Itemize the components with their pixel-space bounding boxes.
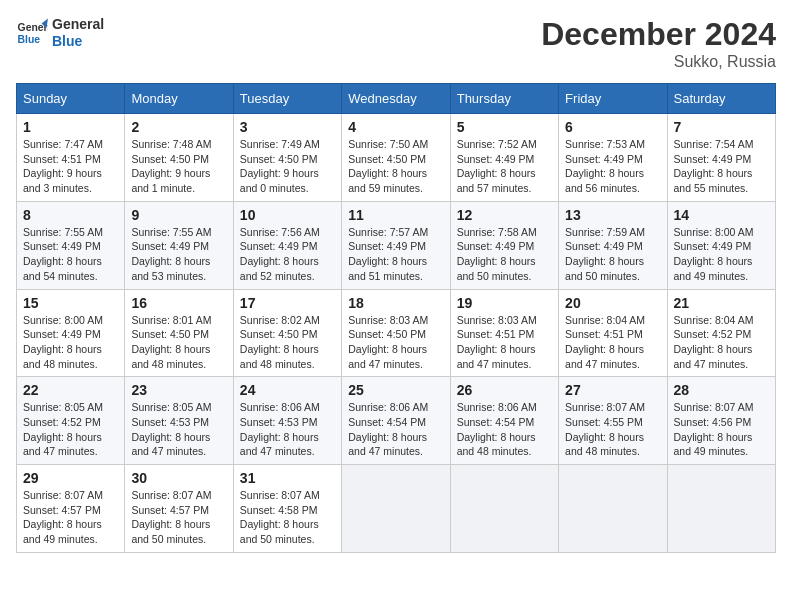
calendar-cell xyxy=(559,465,667,553)
day-detail: Sunrise: 7:48 AM Sunset: 4:50 PM Dayligh… xyxy=(131,137,226,196)
day-number: 4 xyxy=(348,119,443,135)
calendar-cell: 5Sunrise: 7:52 AM Sunset: 4:49 PM Daylig… xyxy=(450,114,558,202)
day-detail: Sunrise: 8:00 AM Sunset: 4:49 PM Dayligh… xyxy=(23,313,118,372)
calendar-week-row: 15Sunrise: 8:00 AM Sunset: 4:49 PM Dayli… xyxy=(17,289,776,377)
day-detail: Sunrise: 8:02 AM Sunset: 4:50 PM Dayligh… xyxy=(240,313,335,372)
calendar-cell xyxy=(667,465,775,553)
title-block: December 2024 Sukko, Russia xyxy=(541,16,776,71)
day-detail: Sunrise: 8:07 AM Sunset: 4:57 PM Dayligh… xyxy=(23,488,118,547)
day-detail: Sunrise: 8:01 AM Sunset: 4:50 PM Dayligh… xyxy=(131,313,226,372)
calendar-cell: 21Sunrise: 8:04 AM Sunset: 4:52 PM Dayli… xyxy=(667,289,775,377)
day-number: 26 xyxy=(457,382,552,398)
day-number: 16 xyxy=(131,295,226,311)
day-number: 22 xyxy=(23,382,118,398)
col-header-wednesday: Wednesday xyxy=(342,84,450,114)
logo: General Blue General Blue xyxy=(16,16,104,50)
day-detail: Sunrise: 8:07 AM Sunset: 4:57 PM Dayligh… xyxy=(131,488,226,547)
calendar-cell: 13Sunrise: 7:59 AM Sunset: 4:49 PM Dayli… xyxy=(559,201,667,289)
day-detail: Sunrise: 8:07 AM Sunset: 4:55 PM Dayligh… xyxy=(565,400,660,459)
calendar-cell: 1Sunrise: 7:47 AM Sunset: 4:51 PM Daylig… xyxy=(17,114,125,202)
calendar-cell: 12Sunrise: 7:58 AM Sunset: 4:49 PM Dayli… xyxy=(450,201,558,289)
day-number: 7 xyxy=(674,119,769,135)
calendar-cell: 31Sunrise: 8:07 AM Sunset: 4:58 PM Dayli… xyxy=(233,465,341,553)
calendar-cell: 27Sunrise: 8:07 AM Sunset: 4:55 PM Dayli… xyxy=(559,377,667,465)
logo-icon: General Blue xyxy=(16,17,48,49)
calendar-cell: 2Sunrise: 7:48 AM Sunset: 4:50 PM Daylig… xyxy=(125,114,233,202)
col-header-friday: Friday xyxy=(559,84,667,114)
calendar-cell: 19Sunrise: 8:03 AM Sunset: 4:51 PM Dayli… xyxy=(450,289,558,377)
day-detail: Sunrise: 8:00 AM Sunset: 4:49 PM Dayligh… xyxy=(674,225,769,284)
day-detail: Sunrise: 8:05 AM Sunset: 4:52 PM Dayligh… xyxy=(23,400,118,459)
calendar-cell xyxy=(450,465,558,553)
day-number: 11 xyxy=(348,207,443,223)
day-detail: Sunrise: 8:06 AM Sunset: 4:54 PM Dayligh… xyxy=(457,400,552,459)
day-number: 10 xyxy=(240,207,335,223)
day-number: 9 xyxy=(131,207,226,223)
day-detail: Sunrise: 7:52 AM Sunset: 4:49 PM Dayligh… xyxy=(457,137,552,196)
day-detail: Sunrise: 7:56 AM Sunset: 4:49 PM Dayligh… xyxy=(240,225,335,284)
col-header-saturday: Saturday xyxy=(667,84,775,114)
calendar-cell: 20Sunrise: 8:04 AM Sunset: 4:51 PM Dayli… xyxy=(559,289,667,377)
calendar-cell: 22Sunrise: 8:05 AM Sunset: 4:52 PM Dayli… xyxy=(17,377,125,465)
col-header-monday: Monday xyxy=(125,84,233,114)
calendar-cell: 26Sunrise: 8:06 AM Sunset: 4:54 PM Dayli… xyxy=(450,377,558,465)
day-number: 21 xyxy=(674,295,769,311)
calendar-cell: 4Sunrise: 7:50 AM Sunset: 4:50 PM Daylig… xyxy=(342,114,450,202)
day-detail: Sunrise: 8:06 AM Sunset: 4:54 PM Dayligh… xyxy=(348,400,443,459)
day-detail: Sunrise: 7:59 AM Sunset: 4:49 PM Dayligh… xyxy=(565,225,660,284)
day-number: 23 xyxy=(131,382,226,398)
calendar-cell: 14Sunrise: 8:00 AM Sunset: 4:49 PM Dayli… xyxy=(667,201,775,289)
day-number: 12 xyxy=(457,207,552,223)
calendar-cell: 28Sunrise: 8:07 AM Sunset: 4:56 PM Dayli… xyxy=(667,377,775,465)
day-number: 28 xyxy=(674,382,769,398)
day-detail: Sunrise: 8:07 AM Sunset: 4:58 PM Dayligh… xyxy=(240,488,335,547)
day-number: 25 xyxy=(348,382,443,398)
calendar-title: December 2024 xyxy=(541,16,776,53)
day-number: 2 xyxy=(131,119,226,135)
day-detail: Sunrise: 8:04 AM Sunset: 4:51 PM Dayligh… xyxy=(565,313,660,372)
day-detail: Sunrise: 7:50 AM Sunset: 4:50 PM Dayligh… xyxy=(348,137,443,196)
calendar-cell: 11Sunrise: 7:57 AM Sunset: 4:49 PM Dayli… xyxy=(342,201,450,289)
calendar-cell: 6Sunrise: 7:53 AM Sunset: 4:49 PM Daylig… xyxy=(559,114,667,202)
page-header: General Blue General Blue December 2024 … xyxy=(16,16,776,71)
day-detail: Sunrise: 7:53 AM Sunset: 4:49 PM Dayligh… xyxy=(565,137,660,196)
day-number: 18 xyxy=(348,295,443,311)
day-number: 6 xyxy=(565,119,660,135)
logo-text-general: General xyxy=(52,16,104,33)
day-detail: Sunrise: 8:05 AM Sunset: 4:53 PM Dayligh… xyxy=(131,400,226,459)
calendar-cell: 7Sunrise: 7:54 AM Sunset: 4:49 PM Daylig… xyxy=(667,114,775,202)
day-number: 27 xyxy=(565,382,660,398)
day-detail: Sunrise: 8:04 AM Sunset: 4:52 PM Dayligh… xyxy=(674,313,769,372)
calendar-header-row: SundayMondayTuesdayWednesdayThursdayFrid… xyxy=(17,84,776,114)
calendar-cell: 24Sunrise: 8:06 AM Sunset: 4:53 PM Dayli… xyxy=(233,377,341,465)
calendar-table: SundayMondayTuesdayWednesdayThursdayFrid… xyxy=(16,83,776,553)
calendar-cell: 10Sunrise: 7:56 AM Sunset: 4:49 PM Dayli… xyxy=(233,201,341,289)
day-detail: Sunrise: 7:49 AM Sunset: 4:50 PM Dayligh… xyxy=(240,137,335,196)
calendar-cell: 3Sunrise: 7:49 AM Sunset: 4:50 PM Daylig… xyxy=(233,114,341,202)
calendar-cell: 15Sunrise: 8:00 AM Sunset: 4:49 PM Dayli… xyxy=(17,289,125,377)
day-detail: Sunrise: 7:54 AM Sunset: 4:49 PM Dayligh… xyxy=(674,137,769,196)
day-number: 31 xyxy=(240,470,335,486)
day-number: 13 xyxy=(565,207,660,223)
svg-text:Blue: Blue xyxy=(18,33,41,44)
calendar-cell: 23Sunrise: 8:05 AM Sunset: 4:53 PM Dayli… xyxy=(125,377,233,465)
col-header-sunday: Sunday xyxy=(17,84,125,114)
day-detail: Sunrise: 7:55 AM Sunset: 4:49 PM Dayligh… xyxy=(131,225,226,284)
day-number: 24 xyxy=(240,382,335,398)
day-detail: Sunrise: 8:06 AM Sunset: 4:53 PM Dayligh… xyxy=(240,400,335,459)
day-number: 8 xyxy=(23,207,118,223)
day-number: 17 xyxy=(240,295,335,311)
calendar-cell: 16Sunrise: 8:01 AM Sunset: 4:50 PM Dayli… xyxy=(125,289,233,377)
day-number: 5 xyxy=(457,119,552,135)
day-detail: Sunrise: 8:03 AM Sunset: 4:51 PM Dayligh… xyxy=(457,313,552,372)
day-number: 15 xyxy=(23,295,118,311)
day-detail: Sunrise: 8:07 AM Sunset: 4:56 PM Dayligh… xyxy=(674,400,769,459)
calendar-week-row: 29Sunrise: 8:07 AM Sunset: 4:57 PM Dayli… xyxy=(17,465,776,553)
day-number: 14 xyxy=(674,207,769,223)
calendar-cell: 8Sunrise: 7:55 AM Sunset: 4:49 PM Daylig… xyxy=(17,201,125,289)
day-detail: Sunrise: 7:58 AM Sunset: 4:49 PM Dayligh… xyxy=(457,225,552,284)
day-number: 19 xyxy=(457,295,552,311)
calendar-cell: 29Sunrise: 8:07 AM Sunset: 4:57 PM Dayli… xyxy=(17,465,125,553)
calendar-week-row: 22Sunrise: 8:05 AM Sunset: 4:52 PM Dayli… xyxy=(17,377,776,465)
calendar-subtitle: Sukko, Russia xyxy=(541,53,776,71)
